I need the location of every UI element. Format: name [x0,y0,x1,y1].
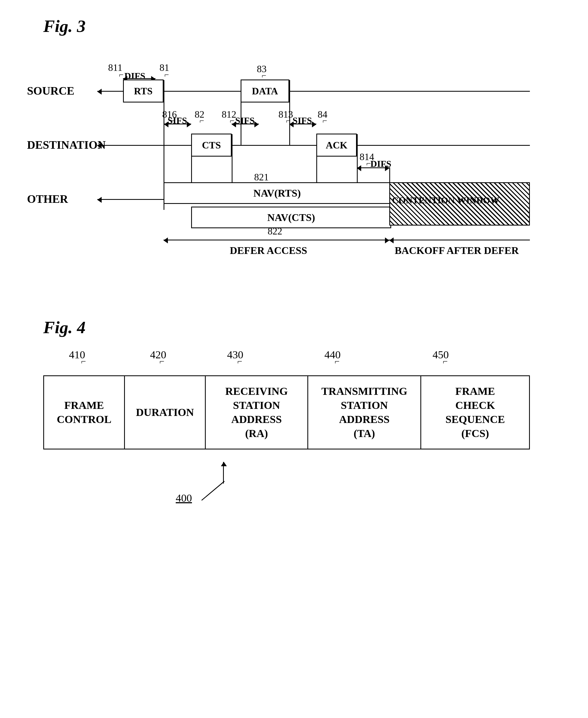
source-label: SOURCE [27,84,74,97]
ref-813: 813 [278,109,293,120]
cell-frame-check: FRAME CHECK SEQUENCE (FCS) [421,376,529,449]
ack-box: ACK [316,134,357,157]
fig3-title: Fig. 3 [43,16,566,36]
rts-box: RTS [123,80,164,102]
cts-box: CTS [191,134,232,157]
nav-rts-box: NAV(RTS) [164,182,391,204]
defer-access-label: DEFER ACCESS [230,244,307,257]
data-box: DATA [240,80,289,102]
ref430-curly: ⌐ [237,356,242,366]
sifs2-label: SIFS [235,116,255,126]
ref-400: 400 [176,492,192,504]
nav-cts-box: NAV(CTS) [191,207,391,228]
contention-window-label: CONTENTION WINDOW [392,195,499,206]
difs1-arrow [123,78,155,79]
fig4-container: 410 ⌐ 420 ⌐ 430 ⌐ 440 ⌐ 450 ⌐ FRAME CONT… [43,348,557,504]
ref440-curly: ⌐ [335,356,339,366]
fig4-title: Fig. 4 [43,317,566,337]
backoff-label: BACKOFF AFTER DEFER [395,244,519,257]
destination-label: DESTINATION [27,139,106,151]
sifs1-label: SIFS [168,116,187,126]
cell-transmitting-station: TRANSMITTING STATION ADDRESS (TA) [308,376,421,449]
ref83-bracket: ⌐ [262,71,266,80]
ref420-curly: ⌐ [160,356,164,366]
fig3-container: SOURCE DESTINATION OTHER 811 ⌐ DIFS 81 ⌐… [27,47,568,290]
other-arrow [97,199,151,200]
ref84-bracket: ⌐ [322,116,327,125]
difs2-arrow [357,167,389,168]
cell-receiving-station: RECEIVING STATION ADDRESS (RA) [206,376,308,449]
destination-line [97,145,530,146]
defer-access-arrow [164,240,389,241]
ref410-curly: ⌐ [81,356,86,366]
frame-table: FRAME CONTROL DURATION RECEIVING STATION… [43,375,530,449]
other-label: OTHER [27,192,68,206]
cell-duration: DURATION [125,376,206,449]
arrow-400-shaft [223,462,224,484]
ref450-curly: ⌐ [443,356,448,366]
cell-frame-control: FRAME CONTROL [44,376,125,449]
ref82-bracket: ⌐ [200,116,204,125]
destination-arrow [97,145,151,146]
backoff-arrow [389,240,530,241]
vline-data1 [240,80,241,145]
sifs3-label: SIFS [293,116,312,126]
ref81-bracket: ⌐ [164,70,169,79]
arrow-400-diagonal [202,481,225,500]
